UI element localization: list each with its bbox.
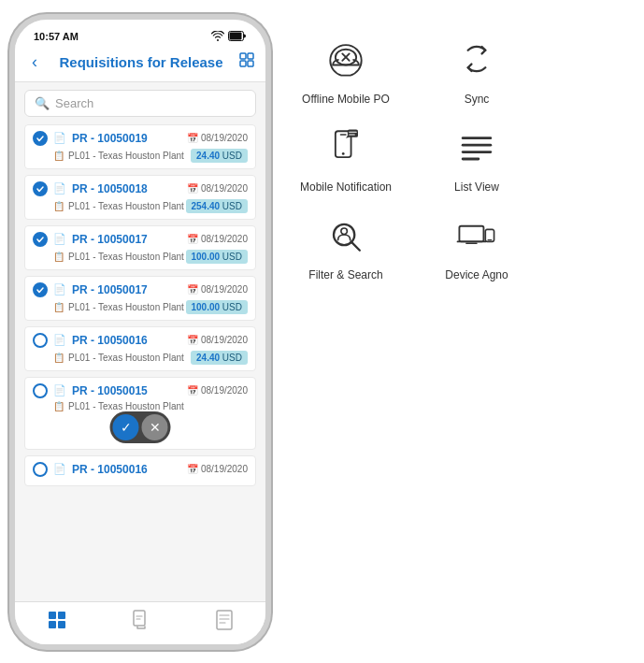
svg-rect-18: [348, 129, 358, 137]
req-id: PR - 10050016: [72, 334, 148, 347]
svg-point-27: [341, 228, 348, 235]
page-title: Requisitions for Release: [43, 54, 239, 70]
doc-icon: 📄: [53, 334, 66, 346]
check-circle[interactable]: [33, 282, 48, 297]
svg-point-17: [342, 152, 345, 155]
feature-list-view: List View: [421, 121, 533, 194]
req-id: PR - 10050016: [72, 463, 148, 476]
doc-icon: 📄: [53, 233, 66, 245]
list-item[interactable]: 📄 PR - 10050018 📅08/19/2020 📋PL01 - Texa…: [24, 175, 256, 220]
svg-rect-3: [248, 53, 253, 59]
phone-notch: 10:57 AM: [15, 20, 265, 43]
reject-button[interactable]: ✕: [142, 414, 168, 440]
list-item[interactable]: 📄 PR - 10050017 📅08/19/2020 📋PL01 - Texa…: [24, 225, 256, 270]
status-time: 10:57 AM: [34, 31, 79, 42]
req-plant: 📋PL01 - Texas Houston Plant: [53, 302, 184, 312]
check-circle[interactable]: [33, 131, 48, 146]
nav-doc-list-button[interactable]: [215, 610, 234, 635]
grid-icon[interactable]: [239, 52, 254, 71]
req-date: 📅08/19/2020: [187, 464, 248, 474]
svg-rect-5: [248, 61, 253, 66]
svg-rect-4: [240, 61, 246, 66]
list-item[interactable]: 📄 PR - 10050016 📅08/19/2020: [24, 455, 256, 486]
phone-screen: ‹ Requisitions for Release 🔍 Search: [15, 43, 265, 644]
doc-icon: 📄: [53, 283, 66, 295]
wifi-icon: [211, 31, 224, 43]
req-id: PR - 10050017: [72, 233, 148, 246]
search-icon: 🔍: [35, 96, 50, 110]
offline-mobile-po-label: Offline Mobile PO: [302, 93, 390, 106]
device-agno-label: Device Agno: [445, 268, 508, 281]
req-amount: 100.00 USD: [186, 300, 249, 314]
doc-icon: 📄: [53, 132, 66, 144]
req-date: 📅08/19/2020: [187, 335, 248, 345]
battery-icon: [228, 31, 247, 43]
req-date: 📅08/19/2020: [187, 385, 248, 396]
phone-frame: 10:57 AM: [9, 14, 271, 650]
req-id: PR - 10050019: [72, 132, 148, 145]
offline-mobile-po-icon: [320, 33, 372, 85]
feature-offline-mobile-po: Offline Mobile PO: [290, 33, 402, 106]
search-bar[interactable]: 🔍 Search: [24, 90, 256, 117]
feature-filter-search: Filter & Search: [290, 209, 402, 281]
requisitions-list: 📄 PR - 10050019 📅08/19/2020 📋PL01 - Texa…: [15, 124, 265, 601]
mobile-notification-icon: [320, 121, 372, 173]
svg-rect-8: [49, 621, 56, 628]
svg-rect-2: [240, 53, 246, 59]
sync-icon: [451, 33, 503, 85]
feature-device-agno: Device Agno: [421, 209, 533, 281]
req-id: PR - 10050017: [72, 283, 148, 296]
list-item[interactable]: 📄 PR - 10050015 📅08/19/2020 📋PL01 - Texa…: [24, 377, 256, 450]
svg-rect-1: [230, 32, 242, 39]
list-view-label: List View: [454, 180, 499, 194]
svg-rect-7: [58, 612, 65, 619]
svg-rect-10: [134, 611, 145, 626]
approve-button[interactable]: ✓: [113, 414, 139, 440]
doc-icon: 📄: [53, 384, 66, 396]
req-plant: 📋PL01 - Texas Houston Plant: [53, 252, 184, 262]
feature-sync: Sync: [421, 33, 533, 106]
back-button[interactable]: ‹: [26, 50, 43, 74]
svg-rect-6: [49, 612, 56, 619]
req-plant: 📋PL01 - Texas Houston Plant: [53, 353, 184, 363]
features-panel: Offline Mobile PO Sync: [290, 14, 533, 281]
req-amount: 24.40 USD: [191, 351, 248, 365]
list-view-icon: [451, 121, 503, 173]
nav-grid-button[interactable]: [47, 610, 67, 635]
feature-mobile-notification: Mobile Notification: [290, 121, 402, 194]
check-circle[interactable]: [33, 232, 48, 247]
req-plant: 📋PL01 - Texas Houston Plant: [53, 401, 184, 411]
sync-label: Sync: [465, 93, 490, 106]
status-right: [211, 31, 247, 43]
filter-search-icon: [320, 209, 372, 261]
req-amount: 24.40 USD: [191, 149, 248, 163]
bottom-nav: [15, 601, 265, 644]
list-item[interactable]: 📄 PR - 10050019 📅08/19/2020 📋PL01 - Texa…: [24, 124, 256, 169]
check-circle-empty[interactable]: [33, 462, 48, 477]
search-placeholder: Search: [55, 96, 93, 110]
nav-doc-out-button[interactable]: [132, 610, 150, 635]
req-date: 📅08/19/2020: [187, 284, 248, 295]
req-date: 📅08/19/2020: [187, 133, 248, 143]
check-circle-empty[interactable]: [33, 333, 48, 348]
svg-rect-9: [58, 621, 65, 628]
req-id: PR - 10050015: [72, 384, 148, 397]
req-plant: 📋PL01 - Texas Houston Plant: [53, 151, 184, 161]
device-agno-icon: [451, 209, 503, 261]
req-date: 📅08/19/2020: [187, 183, 248, 194]
check-circle-empty[interactable]: [33, 383, 48, 398]
req-date: 📅08/19/2020: [187, 234, 248, 244]
req-plant: 📋PL01 - Texas Houston Plant: [53, 201, 184, 211]
mobile-notification-label: Mobile Notification: [300, 180, 392, 194]
doc-icon: 📄: [53, 182, 66, 195]
app-header: ‹ Requisitions for Release: [15, 43, 265, 82]
status-bar: 10:57 AM: [30, 27, 250, 43]
list-item[interactable]: 📄 PR - 10050017 📅08/19/2020 📋PL01 - Texa…: [24, 276, 256, 321]
filter-search-label: Filter & Search: [308, 268, 382, 281]
svg-line-26: [351, 241, 360, 250]
svg-rect-28: [459, 225, 483, 241]
req-amount: 254.40 USD: [186, 199, 249, 213]
req-amount: 100.00 USD: [186, 250, 249, 264]
list-item[interactable]: 📄 PR - 10050016 📅08/19/2020 📋PL01 - Texa…: [24, 326, 256, 371]
check-circle[interactable]: [33, 181, 48, 196]
